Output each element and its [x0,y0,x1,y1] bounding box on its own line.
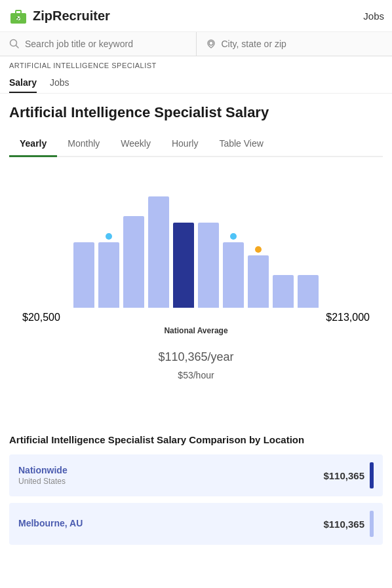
bar-group-3 [123,216,144,308]
location-icon [206,39,216,49]
tab-weekly[interactable]: Weekly [110,133,161,157]
dot-2 [106,233,112,240]
bar-7 [223,242,244,308]
bar-10 [298,275,319,308]
bar-group-4 [148,196,169,308]
salary-hourly-amount: $53 [178,370,193,380]
job-search-field [0,32,197,56]
chart-axis-labels: $20,500 $213,000 [16,308,376,323]
melbourne-bar [370,511,374,537]
job-search-input[interactable] [25,39,187,49]
svg-point-7 [209,41,213,45]
ziprecruiter-logo-icon [8,5,29,26]
comparison-info-melbourne: Melbourne, AU [18,518,83,530]
location-search-input[interactable] [222,39,383,49]
chart-min-label: $20,500 [22,312,60,323]
page-title: Artificial Intelligence Specialist Salar… [9,104,383,121]
nationwide-amount: $110,365 [323,470,364,481]
location-name-melbourne: Melbourne, AU [18,518,83,528]
bar-group-6 [198,223,219,308]
tab-monthly[interactable]: Monthly [57,133,110,157]
bar-group-7 [223,242,244,308]
bar-5-national [173,223,194,308]
location-sub-nationwide: United States [18,477,68,486]
comparison-title: Artificial Intelligence Specialist Salar… [9,434,383,445]
tab-table-view[interactable]: Table View [208,133,273,157]
tab-salary[interactable]: Salary [9,77,37,93]
bar-group-10 [298,275,319,308]
salary-hourly-suffix: /hour [193,370,214,380]
period-tabs: Yearly Monthly Weekly Hourly Table View [9,133,383,157]
chart-bars [16,177,376,308]
bar-group-8 [248,255,269,308]
comparison-row-nationwide: Nationwide United States $110,365 [9,454,383,496]
bar-group-9 [273,275,294,308]
salary-yearly-suffix: /year [208,350,234,363]
tab-yearly[interactable]: Yearly [9,133,57,157]
bar-group-2 [98,242,119,308]
logo: ZipRecruiter [8,5,110,26]
comparison-salary-nationwide: $110,365 [323,462,374,488]
salary-yearly-amount: $110,365 [158,350,207,363]
section-tabs: Salary Jobs [0,75,392,94]
bar-group-1 [73,242,94,308]
tab-hourly[interactable]: Hourly [161,133,208,157]
header-jobs-link[interactable]: Jobs [363,10,384,22]
chart-max-label: $213,000 [326,312,370,323]
nationwide-bar [370,462,374,488]
bar-3 [123,216,144,308]
breadcrumb: ARTIFICIAL INTELLIGENCE SPECIALIST [0,56,392,75]
search-icon [9,39,20,49]
bar-4 [148,196,169,308]
bar-9 [273,275,294,308]
comparison-row-melbourne: Melbourne, AU $110,365 [9,503,383,545]
salary-chart: $20,500 $213,000 National Average $110,3… [9,164,383,421]
bar-8 [248,255,269,308]
comparison-section: Artificial Intelligence Specialist Salar… [0,421,392,564]
location-name-nationwide: Nationwide [18,465,68,475]
logo-text: ZipRecruiter [33,9,110,24]
dot-7 [230,233,237,240]
search-bar [0,32,392,56]
bar-2 [98,242,119,308]
bar-6 [198,223,219,308]
comparison-info-nationwide: Nationwide United States [18,465,68,486]
dot-8-orange [255,246,262,253]
salary-hourly-display: $53/hour [16,368,376,382]
national-avg-label: National Average [16,326,376,335]
bar-group-5-national [173,223,194,308]
header: ZipRecruiter Jobs [0,0,392,32]
location-search-field [197,32,393,56]
comparison-salary-melbourne: $110,365 [323,511,374,537]
salary-yearly-display: $110,365/year [16,339,376,367]
main-content: Artificial Intelligence Specialist Salar… [0,94,392,421]
svg-line-6 [16,46,19,48]
bar-1 [73,242,94,308]
tab-jobs[interactable]: Jobs [50,77,69,93]
melbourne-amount: $110,365 [323,519,364,530]
